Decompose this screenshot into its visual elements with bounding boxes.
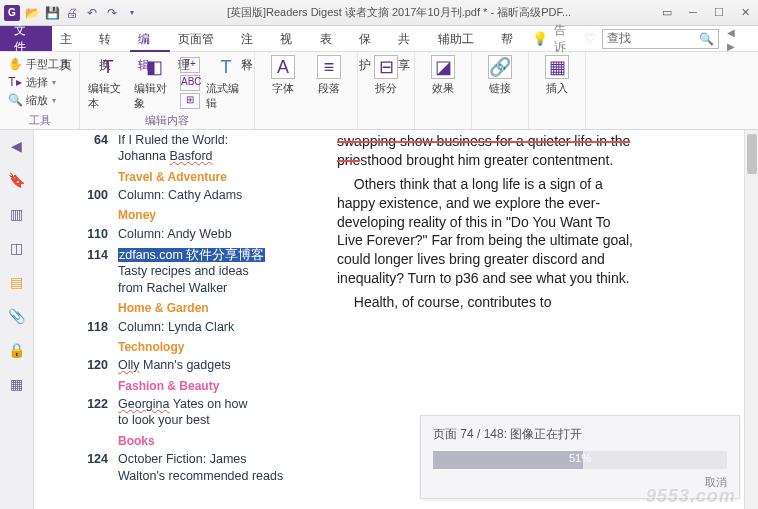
scroll-thumb[interactable] bbox=[747, 134, 757, 174]
ribbon-tab[interactable]: 转换 bbox=[91, 26, 130, 52]
flow-edit-button[interactable]: T流式编辑 bbox=[206, 55, 246, 111]
minimize-icon[interactable]: ─ bbox=[684, 6, 702, 19]
insert-icon: ▦ bbox=[545, 55, 569, 79]
toc-entry: 64If I Ruled the World:Johanna Basford bbox=[84, 132, 314, 165]
layers-icon[interactable]: ◫ bbox=[7, 238, 27, 258]
pages-icon[interactable]: ▥ bbox=[7, 204, 27, 224]
add-text-icon[interactable]: T+ bbox=[180, 57, 200, 73]
toc-entry: 110Column: Andy Webb bbox=[84, 226, 314, 242]
nav-collapse-icon[interactable]: ◀ bbox=[7, 136, 27, 156]
toc-page-num: 64 bbox=[84, 132, 118, 165]
security-icon[interactable]: 🔒 bbox=[7, 340, 27, 360]
search-placeholder: 查找 bbox=[607, 30, 631, 47]
join-text-icon[interactable]: ⊞ bbox=[180, 93, 200, 109]
effect-icon: ◪ bbox=[431, 55, 455, 79]
edit-text-button[interactable]: T编辑文本 bbox=[88, 55, 128, 111]
font-button[interactable]: A字体 bbox=[263, 55, 303, 96]
ribbon-tab[interactable]: 注释 bbox=[233, 26, 272, 52]
ribbon-tab[interactable]: 辅助工具 bbox=[430, 26, 493, 52]
progress-bar: 51% bbox=[433, 451, 727, 469]
select-icon: T▸ bbox=[8, 75, 22, 89]
paragraph-button[interactable]: ≡段落 bbox=[309, 55, 349, 96]
window-title: [英国版]Readers Digest 读者文摘 2017年10月刊.pdf *… bbox=[140, 5, 658, 20]
insert-button[interactable]: ▦插入 bbox=[537, 55, 577, 96]
save-icon[interactable]: 💾 bbox=[44, 5, 60, 21]
attachment-icon[interactable]: 📎 bbox=[7, 306, 27, 326]
ribbon-tab[interactable]: 主页 bbox=[52, 26, 91, 52]
select-tool[interactable]: T▸选择▾ bbox=[8, 73, 56, 91]
hand-icon: ✋ bbox=[8, 57, 22, 71]
ribbon-tab[interactable]: 共享 bbox=[390, 26, 429, 52]
paragraph-icon: ≡ bbox=[317, 55, 341, 79]
toc-page-num: 114 bbox=[84, 247, 118, 296]
toc-entry: 124October Fiction: JamesWalton's recomm… bbox=[84, 451, 314, 484]
toc-text: If I Ruled the World:Johanna Basford bbox=[118, 132, 314, 165]
ribbon-tabs: 文件 主页转换编辑页面管理注释视图表单保护共享辅助工具帮助 💡 告诉 ♡ 查找 … bbox=[0, 26, 758, 52]
toc-entry: 120Olly Mann's gadgets bbox=[84, 357, 314, 373]
edit-object-icon: ◧ bbox=[142, 55, 166, 79]
maximize-icon[interactable]: ☐ bbox=[710, 6, 728, 19]
toc-text: Column: Andy Webb bbox=[118, 226, 314, 242]
toc-page-num: 122 bbox=[84, 396, 118, 429]
watermark: 9553.com bbox=[646, 486, 736, 507]
qat-dropdown-icon[interactable]: ▾ bbox=[124, 5, 140, 21]
document-area[interactable]: 64If I Ruled the World:Johanna BasfordTr… bbox=[34, 130, 758, 509]
toc-entry: 100Column: Cathy Adams bbox=[84, 187, 314, 203]
toc-text: zdfans.com 软件分享博客Tasty recipes and ideas… bbox=[118, 247, 314, 296]
ribbon-tab[interactable]: 视图 bbox=[272, 26, 311, 52]
bulb-icon[interactable]: 💡 bbox=[532, 31, 548, 46]
edit-object-button[interactable]: ◧编辑对象 bbox=[134, 55, 174, 111]
next-find-icon[interactable]: ▶ bbox=[725, 41, 737, 52]
toc-text: Olly Mann's gadgets bbox=[118, 357, 314, 373]
group-label bbox=[263, 127, 349, 129]
toc-section: Home & Garden bbox=[118, 301, 314, 317]
print-icon[interactable]: 🖨 bbox=[64, 5, 80, 21]
quick-access-toolbar: G 📂 💾 🖨 ↶ ↷ ▾ bbox=[4, 5, 140, 21]
link-button[interactable]: 🔗链接 bbox=[480, 55, 520, 96]
group-label: 编辑内容 bbox=[88, 112, 246, 129]
ribbon-tab[interactable]: 帮助 bbox=[493, 26, 532, 52]
toc-entry: 114zdfans.com 软件分享博客Tasty recipes and id… bbox=[84, 247, 314, 296]
bookmark-icon[interactable]: 🔖 bbox=[7, 170, 27, 190]
redo-icon[interactable]: ↷ bbox=[104, 5, 120, 21]
vertical-scrollbar[interactable] bbox=[744, 130, 758, 509]
fields-icon[interactable]: ▦ bbox=[7, 374, 27, 394]
toc-section: Technology bbox=[118, 340, 314, 356]
heart-icon[interactable]: ♡ bbox=[584, 31, 596, 46]
app-logo-icon: G bbox=[4, 5, 20, 21]
comments-icon[interactable]: ▤ bbox=[7, 272, 27, 292]
open-icon[interactable]: 📂 bbox=[24, 5, 40, 21]
close-icon[interactable]: ✕ bbox=[736, 6, 754, 19]
toc-page-num: 120 bbox=[84, 357, 118, 373]
toc-page-num: 124 bbox=[84, 451, 118, 484]
toc-column: 64If I Ruled the World:Johanna BasfordTr… bbox=[84, 130, 324, 509]
ribbon-tab[interactable]: 表单 bbox=[312, 26, 351, 52]
ribbon-options-icon[interactable]: ▭ bbox=[658, 6, 676, 19]
toc-text: Column: Cathy Adams bbox=[118, 187, 314, 203]
toc-entry: 118Column: Lynda Clark bbox=[84, 319, 314, 335]
tell-me-label[interactable]: 告诉 bbox=[554, 22, 577, 56]
ribbon-tab[interactable]: 保护 bbox=[351, 26, 390, 52]
split-icon: ⊟ bbox=[374, 55, 398, 79]
toc-entry: 122Georgina Yates on howto look your bes… bbox=[84, 396, 314, 429]
flow-edit-icon: T bbox=[214, 55, 238, 79]
hand-tool[interactable]: ✋手型工具 bbox=[8, 55, 70, 73]
zoom-tool[interactable]: 🔍缩放▾ bbox=[8, 91, 56, 109]
ribbon-tab[interactable]: 编辑 bbox=[130, 26, 169, 52]
article-para: Others think that a long life is a sign … bbox=[337, 175, 634, 288]
effect-button[interactable]: ◪效果 bbox=[423, 55, 463, 96]
prev-find-icon[interactable]: ◀ bbox=[725, 27, 737, 38]
ribbon-tab[interactable]: 页面管理 bbox=[170, 26, 233, 52]
zoom-icon: 🔍 bbox=[8, 93, 22, 107]
toc-page-num: 118 bbox=[84, 319, 118, 335]
split-button[interactable]: ⊟拆分 bbox=[366, 55, 406, 96]
toc-section: Fashion & Beauty bbox=[118, 379, 314, 395]
undo-icon[interactable]: ↶ bbox=[84, 5, 100, 21]
add-shape-icon[interactable]: ABC bbox=[180, 75, 200, 91]
toc-text: Column: Lynda Clark bbox=[118, 319, 314, 335]
toc-section: Money bbox=[118, 208, 314, 224]
file-tab[interactable]: 文件 bbox=[0, 26, 52, 51]
search-box[interactable]: 查找 🔍 bbox=[602, 29, 720, 49]
search-icon[interactable]: 🔍 bbox=[699, 32, 714, 46]
toc-section: Books bbox=[118, 434, 314, 450]
